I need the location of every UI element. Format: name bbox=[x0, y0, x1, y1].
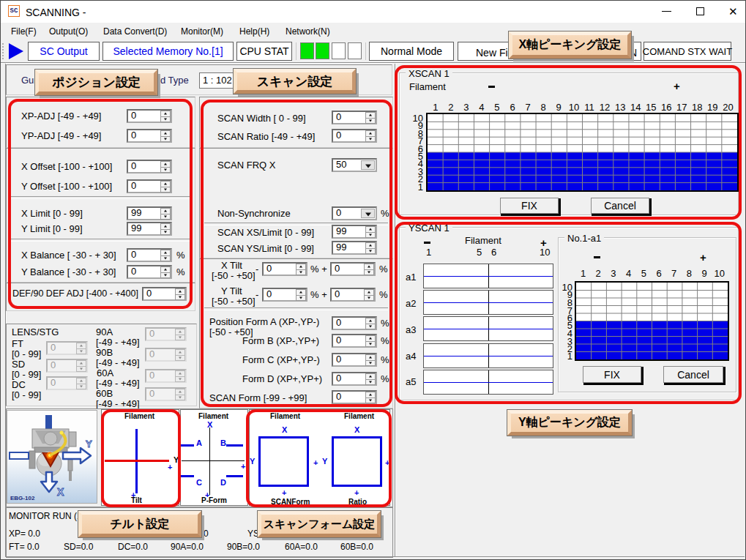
svg-text:X: X bbox=[57, 486, 64, 498]
svg-text:Y: Y bbox=[86, 438, 92, 449]
svg-text:EBG-102: EBG-102 bbox=[10, 495, 35, 501]
